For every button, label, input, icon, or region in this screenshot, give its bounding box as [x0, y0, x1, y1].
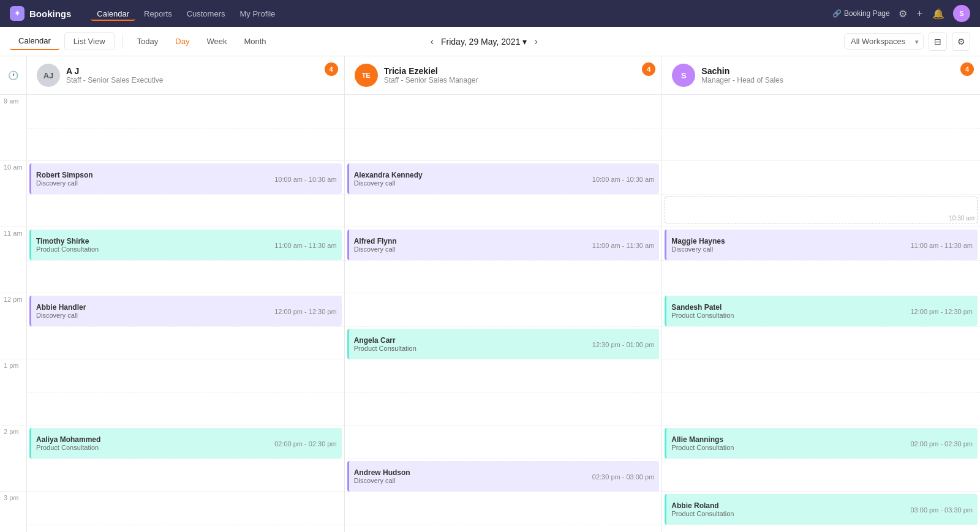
- sachin-1pm-cell[interactable]: [662, 359, 980, 425]
- date-view-buttons: Today Day Week Month: [130, 34, 274, 48]
- day-button[interactable]: Day: [168, 34, 197, 48]
- time-gutter: 9 am 10 am 11 am 12 pm 1 pm 2 pm 3 pm: [0, 95, 27, 532]
- appt-robert-simpson[interactable]: Robert Simpson Discovery call 10:00 am -…: [29, 163, 342, 194]
- brand-icon: ✦: [10, 6, 24, 21]
- sachin-10am-cell[interactable]: 10:30 am: [662, 161, 980, 227]
- appt-time-alfred: 11:00 am - 11:30 am: [592, 242, 655, 249]
- staff-avatar-sachin: S: [672, 64, 695, 87]
- sachin-11am-cell[interactable]: Maggie Haynes Discovery call 11:00 am - …: [662, 227, 980, 293]
- nav-links: Calendar Reports Customers My Profile: [91, 7, 281, 21]
- prev-date-button[interactable]: ‹: [428, 34, 436, 50]
- staff-badge-sachin: 4: [960, 62, 974, 76]
- appt-type-abbie-roland: Product Consultation: [671, 510, 910, 517]
- brand-logo[interactable]: ✦ Bookings: [10, 6, 71, 21]
- appt-time-andrew: 02:30 pm - 03:00 pm: [592, 473, 655, 481]
- tricia-day-column: Alexandra Kennedy Discovery call 10:00 a…: [345, 95, 663, 532]
- appt-time-alexandra: 10:00 am - 10:30 am: [592, 176, 655, 183]
- time-label-10am: 10 am: [4, 163, 23, 171]
- available-slot-time: 10:30 am: [949, 215, 974, 222]
- nav-reports[interactable]: Reports: [138, 7, 178, 21]
- tricia-3pm-cell[interactable]: [345, 492, 662, 532]
- aj-2pm-cell[interactable]: Aaliya Mohammed Product Consultation 02:…: [27, 425, 344, 492]
- staff-role-tricia: Staff - Senior Sales Manager: [384, 76, 652, 84]
- tricia-9am-cell[interactable]: [345, 95, 662, 161]
- tricia-12pm-cell[interactable]: Angela Carr Product Consultation 12:30 p…: [345, 293, 662, 359]
- booking-page-icon: 🔗: [832, 9, 842, 18]
- staff-info-sachin: Sachin Manager - Head of Sales: [701, 66, 970, 84]
- list-view-tab[interactable]: List View: [64, 32, 115, 50]
- user-avatar[interactable]: S: [953, 5, 970, 22]
- tricia-11am-cell[interactable]: Alfred Flynn Discovery call 11:00 am - 1…: [345, 227, 662, 293]
- appt-time-aaliya: 02:00 pm - 02:30 pm: [274, 440, 337, 448]
- appt-abbie-handler[interactable]: Abbie Handler Discovery call 12:00 pm - …: [29, 296, 342, 326]
- aj-10am-cell[interactable]: Robert Simpson Discovery call 10:00 am -…: [27, 161, 344, 227]
- booking-page-button[interactable]: 🔗 Booking Page: [832, 9, 890, 18]
- appt-timothy[interactable]: Timothy Shirke Product Consultation 11:0…: [29, 230, 342, 260]
- appt-name-sandesh: Sandesh Patel: [671, 303, 910, 312]
- aj-9am-cell[interactable]: [27, 95, 344, 161]
- time-10am: 10 am: [0, 161, 26, 227]
- tricia-2pm-cell[interactable]: Andrew Hudson Discovery call 02:30 pm - …: [345, 425, 662, 492]
- appt-name-alfred: Alfred Flynn: [354, 237, 592, 245]
- staff-name-sachin: Sachin: [701, 66, 970, 76]
- brand-name: Bookings: [29, 9, 71, 19]
- time-2pm: 2 pm: [0, 425, 26, 492]
- available-slot-1030[interactable]: 10:30 am: [665, 197, 978, 223]
- nav-customers[interactable]: Customers: [181, 7, 232, 21]
- workspace-select[interactable]: All Workspaces: [844, 33, 924, 50]
- date-label: Friday, 29 May, 2021: [441, 37, 520, 47]
- time-label-11am: 11 am: [4, 230, 23, 237]
- sachin-12pm-cell[interactable]: Sandesh Patel Product Consultation 12:00…: [662, 293, 980, 359]
- sachin-day-column: 10:30 am Maggie Haynes Discovery call 11…: [662, 95, 980, 532]
- appt-time-maggie: 11:00 am - 11:30 am: [910, 242, 973, 249]
- aj-1pm-cell[interactable]: [27, 359, 344, 425]
- appt-type-robert: Discovery call: [36, 179, 274, 187]
- view-mode-icon-button[interactable]: ⊟: [929, 32, 947, 51]
- nav-right-actions: 🔗 Booking Page ⚙ + 🔔 S: [832, 5, 970, 22]
- sachin-2pm-cell[interactable]: Allie Mannings Product Consultation 02:0…: [662, 425, 980, 492]
- view-toolbar: Calendar List View Today Day Week Month …: [0, 27, 980, 56]
- appt-angela[interactable]: Angela Carr Product Consultation 12:30 p…: [347, 329, 660, 359]
- sachin-9am-cell[interactable]: [662, 95, 980, 161]
- staff-badge-tricia: 4: [642, 62, 655, 76]
- appt-type-alexandra: Discovery call: [354, 179, 592, 187]
- aj-12pm-cell[interactable]: Abbie Handler Discovery call 12:00 pm - …: [27, 293, 344, 359]
- appt-maggie[interactable]: Maggie Haynes Discovery call 11:00 am - …: [665, 230, 978, 260]
- sachin-3pm-cell[interactable]: Abbie Roland Product Consultation 03:00 …: [662, 492, 980, 532]
- appt-name-abbie-handler: Abbie Handler: [36, 303, 274, 312]
- aj-11am-cell[interactable]: Timothy Shirke Product Consultation 11:0…: [27, 227, 344, 293]
- tricia-1pm-cell[interactable]: [345, 359, 662, 425]
- appt-aaliya[interactable]: Aaliya Mohammed Product Consultation 02:…: [29, 428, 342, 459]
- date-display[interactable]: Friday, 29 May, 2021 ▾: [441, 37, 527, 47]
- time-1pm: 1 pm: [0, 359, 26, 425]
- staff-info-aj: A J Staff - Senior Sales Executive: [66, 66, 334, 84]
- time-11am: 11 am: [0, 227, 26, 293]
- appt-allie[interactable]: Allie Mannings Product Consultation 02:0…: [665, 428, 978, 459]
- time-12pm: 12 pm: [0, 293, 26, 359]
- appt-abbie-roland[interactable]: Abbie Roland Product Consultation 03:00 …: [665, 494, 978, 525]
- bell-icon-button[interactable]: 🔔: [931, 7, 946, 21]
- appt-type-aaliya: Product Consultation: [36, 444, 274, 451]
- nav-calendar[interactable]: Calendar: [91, 7, 135, 21]
- aj-3pm-cell[interactable]: [27, 492, 344, 532]
- appt-alexandra[interactable]: Alexandra Kennedy Discovery call 10:00 a…: [347, 163, 660, 194]
- settings-icon-button[interactable]: ⚙: [897, 7, 908, 21]
- appt-time-timothy: 11:00 am - 11:30 am: [274, 242, 337, 249]
- month-button[interactable]: Month: [236, 34, 273, 48]
- appt-type-alfred: Discovery call: [354, 245, 592, 253]
- week-button[interactable]: Week: [199, 34, 234, 48]
- appt-name-angela: Angela Carr: [354, 336, 592, 345]
- settings-calendar-icon-button[interactable]: ⚙: [952, 32, 970, 51]
- next-date-button[interactable]: ›: [532, 34, 540, 50]
- calendar-tab[interactable]: Calendar: [10, 32, 59, 50]
- appt-alfred[interactable]: Alfred Flynn Discovery call 11:00 am - 1…: [347, 230, 660, 260]
- today-button[interactable]: Today: [130, 34, 166, 48]
- appt-sandesh[interactable]: Sandesh Patel Product Consultation 12:00…: [665, 296, 978, 326]
- staff-header-sachin: S Sachin Manager - Head of Sales 4: [662, 56, 980, 94]
- add-icon-button[interactable]: +: [916, 7, 924, 20]
- nav-profile[interactable]: My Profile: [234, 7, 282, 21]
- tricia-10am-cell[interactable]: Alexandra Kennedy Discovery call 10:00 a…: [345, 161, 662, 227]
- appt-type-allie: Product Consultation: [671, 444, 910, 451]
- staff-badge-aj: 4: [325, 62, 338, 76]
- appt-andrew[interactable]: Andrew Hudson Discovery call 02:30 pm - …: [347, 461, 660, 492]
